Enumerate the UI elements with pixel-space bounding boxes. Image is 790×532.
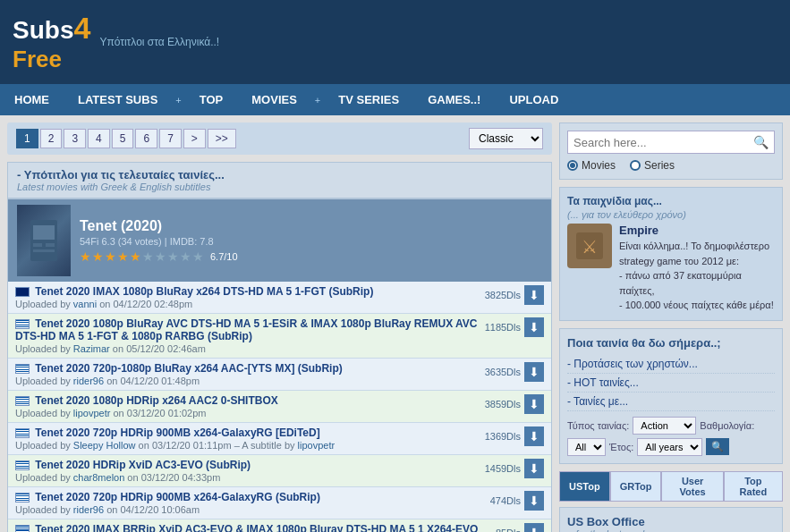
- radio-series[interactable]: Series: [630, 159, 675, 172]
- nav-latest-subs[interactable]: LATEST SUBS: [64, 84, 172, 115]
- view-select[interactable]: Classic Modern Compact: [469, 128, 543, 149]
- dl-count: 85Dls: [496, 528, 521, 532]
- sub-title-link[interactable]: Tenet 2020 1080p BluRay AVC DTS-HD MA 5 …: [15, 317, 477, 342]
- uploader-link[interactable]: char8melon: [73, 472, 124, 483]
- download-button[interactable]: ⬇: [524, 285, 544, 305]
- page-6[interactable]: 6: [135, 129, 157, 148]
- logo-free: Free: [13, 46, 62, 72]
- page-2[interactable]: 2: [40, 129, 63, 148]
- sub-title-link[interactable]: Tenet 2020 IMAX BRRip XviD AC3-EVO & IMA…: [35, 523, 478, 532]
- flag-gr: [15, 319, 30, 329]
- sub-title-link[interactable]: Tenet 2020 720p-1080p BluRay x264 AAC-[Y…: [35, 362, 342, 375]
- sub-row: Tenet 2020 IMAX 1080p BluRay x264 DTS-HD…: [8, 282, 551, 314]
- filter-type-label: Τύπος ταινίας:: [567, 420, 629, 431]
- download-button[interactable]: ⬇: [524, 459, 544, 478]
- tab-us-top[interactable]: USTop: [559, 471, 610, 502]
- sub-title-link[interactable]: Tenet 2020 1080p HDRip x264 AAC2 0-SHITB…: [35, 394, 277, 407]
- logo-box: Subs4 Free: [9, 7, 94, 77]
- suggest-title: Ποια ταινία θα δω σήμερα..;: [567, 336, 775, 350]
- flag-en: [15, 287, 30, 297]
- page-7[interactable]: 7: [159, 129, 182, 148]
- page-3[interactable]: 3: [64, 129, 86, 148]
- bo-subtitle: ...for the last week: [567, 528, 775, 533]
- page-next[interactable]: >: [183, 129, 206, 148]
- svg-rect-2: [33, 243, 42, 247]
- sub-title-link[interactable]: Tenet 2020 IMAX 1080p BluRay x264 DTS-HD…: [35, 285, 373, 298]
- sub-uploader: Uploaded by rider96 on 04/12/20 10:06am: [15, 504, 483, 515]
- star-8: ★: [167, 249, 179, 264]
- download-button[interactable]: ⬇: [524, 394, 544, 414]
- radio-row: Movies Series: [567, 159, 775, 172]
- filter-row: Τύπος ταινίας: ActionComedyDrama Βαθμολο…: [567, 417, 775, 456]
- movie-thumb-inner: [17, 205, 71, 276]
- movie-thumbnail: [17, 205, 71, 276]
- dl-count: 3825Dls: [485, 290, 521, 300]
- download-button[interactable]: ⬇: [524, 362, 544, 382]
- bo-title: US Box Office: [567, 515, 775, 528]
- nav-movies[interactable]: MOVIES: [237, 84, 311, 115]
- uploader-link[interactable]: Sleepy Hollow: [73, 440, 136, 451]
- nav-games[interactable]: GAMES..!: [413, 84, 495, 115]
- sub-title-link[interactable]: Tenet 2020 720p HDRip 900MB x264-GalaxyR…: [35, 426, 319, 439]
- nav-upload[interactable]: UPLOAD: [495, 84, 573, 115]
- uploader-link[interactable]: vanni: [73, 299, 97, 309]
- movie-header: Tenet (2020) 54Fi 6.3 (34 votes) | IMDB:…: [8, 199, 551, 282]
- year-select[interactable]: All years20202019: [637, 438, 702, 456]
- pagination-pages: 1 2 3 4 5 6 7 > >>: [16, 129, 236, 148]
- uploader-link[interactable]: lipovpetr: [73, 408, 111, 418]
- download-button[interactable]: ⬇: [524, 491, 544, 511]
- extra-uploader-link[interactable]: lipovpetr: [298, 440, 336, 451]
- suggest-link-2[interactable]: - HOT ταινίες...: [567, 374, 775, 393]
- uploader-link[interactable]: rider96: [73, 504, 104, 515]
- sub-title-link[interactable]: Tenet 2020 HDRip XviD AC3-EVO (SubRip): [35, 459, 251, 471]
- search-input-row: 🔍: [567, 131, 775, 154]
- sub-title-line: Tenet 2020 720p HDRip 900MB x264-GalaxyR…: [15, 491, 483, 503]
- search-input[interactable]: [573, 136, 753, 149]
- suggest-link-1[interactable]: - Προτάσεις των χρηστών...: [567, 355, 775, 374]
- tab-gr-top[interactable]: GRTop: [610, 471, 662, 502]
- ad-subtitle: (... για τον ελεύθερο χρόνο): [567, 209, 775, 220]
- radio-circle-series: [630, 160, 641, 171]
- radio-circle-movies: [567, 160, 578, 171]
- movie-stars: ★ ★ ★ ★ ★ ★ ★ ★ ★ ★ 6.7/10: [80, 249, 542, 264]
- sub-title-line: Tenet 2020 HDRip XviD AC3-EVO (SubRip): [15, 459, 478, 471]
- star-2: ★: [92, 249, 104, 264]
- nav-tv-series[interactable]: TV SERIES: [324, 84, 413, 115]
- download-button[interactable]: ⬇: [524, 426, 544, 446]
- dl-count: 1369Dls: [485, 431, 521, 442]
- filter-rating-label: Βαθμολογία:: [700, 420, 754, 431]
- dl-count: 1459Dls: [485, 463, 521, 474]
- dl-count: 3635Dls: [485, 367, 521, 377]
- uploader-link[interactable]: Razimar: [73, 343, 110, 354]
- page-5[interactable]: 5: [112, 129, 134, 148]
- filter-search-button[interactable]: 🔍: [706, 438, 729, 455]
- rating-select[interactable]: All5+6+7+: [567, 438, 606, 456]
- sub-row-left: Tenet 2020 IMAX 1080p BluRay x264 DTS-HD…: [15, 285, 478, 309]
- page-1[interactable]: 1: [16, 129, 38, 148]
- star-5: ★: [130, 249, 141, 264]
- tab-user-votes[interactable]: User Votes: [661, 471, 723, 502]
- type-select[interactable]: ActionComedyDrama: [633, 417, 696, 435]
- download-button[interactable]: ⬇: [524, 523, 544, 532]
- sub-uploader: Uploaded by rider96 on 04/12/20 01:48pm: [15, 376, 478, 386]
- sub-row-left: Tenet 2020 720p HDRip 900MB x264-GalaxyR…: [15, 426, 478, 451]
- search-button[interactable]: 🔍: [753, 135, 769, 149]
- star-6: ★: [142, 249, 154, 264]
- sub-title-link[interactable]: Tenet 2020 720p HDRip 900MB x264-GalaxyR…: [35, 491, 320, 503]
- page-4[interactable]: 4: [88, 129, 110, 148]
- svg-rect-1: [33, 225, 55, 240]
- nav-home[interactable]: HOME: [0, 84, 64, 115]
- star-3: ★: [105, 249, 116, 264]
- download-button[interactable]: ⬇: [524, 317, 544, 337]
- nav-top[interactable]: TOP: [185, 84, 238, 115]
- right-panel: 🔍 Movies Series Τα παιχνίδια μας... (...…: [559, 122, 783, 532]
- uploader-link[interactable]: rider96: [73, 376, 104, 386]
- page-last[interactable]: >>: [208, 129, 236, 148]
- sub-row-right: 1185Dls ⬇: [485, 317, 544, 337]
- nav-movies-plus: +: [311, 86, 324, 114]
- ad-box: Τα παιχνίδια μας... (... για τον ελεύθερ…: [559, 187, 783, 321]
- sub-row-right: 3859Dls ⬇: [485, 394, 544, 414]
- radio-movies[interactable]: Movies: [567, 159, 616, 172]
- tab-top-rated[interactable]: Top Rated: [724, 471, 783, 502]
- suggest-link-3[interactable]: - Ταινίες με...: [567, 393, 775, 411]
